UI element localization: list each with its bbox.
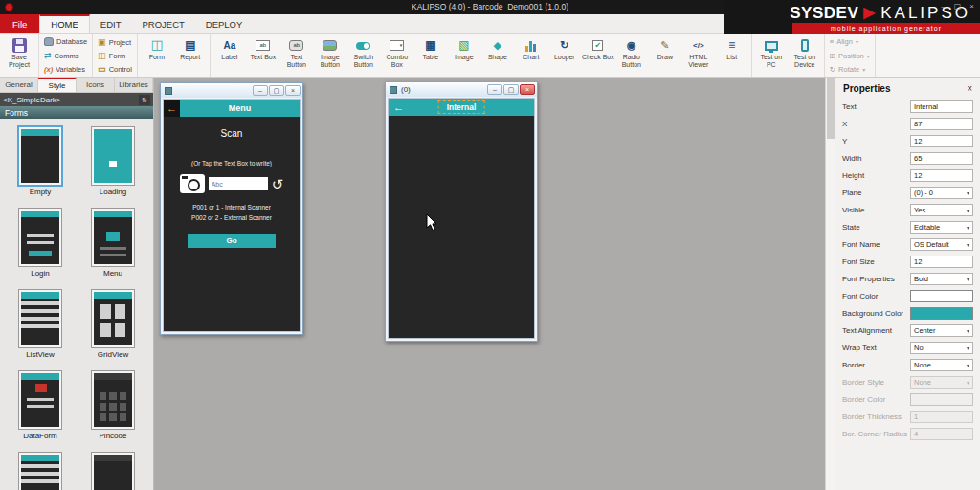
text-alignment-select[interactable]: Center ▾ [910,324,973,337]
align-button[interactable]: ≡ Align ▾ [830,37,870,46]
scan-title-label[interactable]: Scan [164,128,300,139]
scanner-info-lines[interactable]: P001 or 1 - Internal Scanner P002 or 2 -… [164,202,300,223]
plane-select[interactable]: (0) - 0 ▾ [910,187,973,199]
theme-selector[interactable]: <K_SimpleDark> ⇅ [0,93,153,106]
forms-section-header[interactable]: Forms [0,106,153,119]
project-settings-button[interactable]: ▣ Project [98,37,132,47]
design-canvas[interactable]: – ▢ × ← Menu Scan (Or Tap the Text Box t… [155,78,825,490]
theme-spinner-icon[interactable]: ⇅ [139,95,150,105]
control-settings-button[interactable]: ▭ Control [98,64,132,74]
tab-general[interactable]: General [0,78,38,92]
switch-button-control-button[interactable]: Switch Button [347,36,380,75]
maximize-icon[interactable]: ▢ [269,85,284,96]
shape-control-button[interactable]: ◆ Shape [481,36,514,75]
form-thumbnail-login[interactable]: Login [19,209,61,278]
design-window-menu[interactable]: – ▢ × ← Menu Scan (Or Tap the Text Box t… [160,82,303,335]
menu-tab-project[interactable]: PROJECT [131,14,194,33]
maximize-icon[interactable]: ▢ [954,2,962,11]
report-button[interactable]: ▤ Report [174,36,207,75]
minimize-icon[interactable]: – [253,85,268,96]
looper-control-button[interactable]: ↻ Looper [548,36,581,75]
form-thumbnail-listview[interactable]: ListView [19,290,61,359]
variables-button[interactable]: (x) Variables [44,65,87,74]
text-value-input[interactable] [910,100,973,113]
font-color-swatch[interactable] [910,290,973,302]
close-icon[interactable]: × [285,85,301,96]
close-icon[interactable]: × [520,84,535,95]
image-control-button[interactable]: ▧ Image [448,36,480,75]
form-header-title[interactable]: Menu [180,100,300,117]
form-thumbnail-menu[interactable]: Menu [92,209,134,278]
close-icon[interactable]: × [969,2,974,11]
form-thumbnail-gridview[interactable]: GridView [92,290,134,359]
rotate-button[interactable]: ↻ Rotate ▾ [830,65,870,74]
label-control-button[interactable]: Aa Label [213,36,246,75]
menu-tab-home[interactable]: HOME [39,14,90,33]
y-value-input[interactable] [910,135,973,147]
canvas-vertical-scrollbar[interactable] [825,78,835,490]
new-form-button[interactable]: ◫ Form [141,36,173,75]
border-select[interactable]: None ▾ [910,359,973,371]
go-button[interactable]: Go [188,234,276,248]
close-icon[interactable]: × [967,83,972,94]
mdi-titlebar[interactable]: – ▢ × [161,83,302,98]
database-button[interactable]: Database [44,37,87,46]
form-design-surface[interactable]: ← Menu Scan (Or Tap the Text Box to writ… [163,99,301,332]
scan-hint-label[interactable]: (Or Tap the Text Box to write) [164,160,300,167]
tab-style[interactable]: Style [38,78,77,92]
minimize-icon[interactable]: – [487,84,502,95]
back-arrow-icon[interactable]: ← [164,100,180,117]
comms-button[interactable]: ⇄ Comms [44,51,87,60]
form-settings-button[interactable]: ◫ Form [98,51,132,60]
html-viewer-control-button[interactable]: </> HTML Viewer [682,36,715,75]
width-value-input[interactable] [910,152,973,165]
menu-tab-deploy[interactable]: DEPLOY [195,14,254,33]
wrap-text-select[interactable]: No ▾ [910,342,973,354]
form-thumbnail-empty[interactable]: Empty [19,127,61,196]
state-select[interactable]: Editable ▾ [910,221,973,234]
form-thumbnail-partial-1[interactable] [19,453,61,490]
refresh-icon[interactable]: ↺ [272,177,284,191]
minimize-icon[interactable]: – [941,2,945,11]
form-design-surface[interactable]: ← Internal [388,98,535,339]
design-window-internal[interactable]: (0) – ▢ × ← Internal [385,81,538,342]
tab-libraries[interactable]: Libraries [115,78,153,92]
font-size-input[interactable] [910,256,973,268]
list-control-button[interactable]: ≡ List [716,36,748,75]
textbox-control-button[interactable]: ab Text Box [247,36,279,75]
selected-label-control[interactable]: Internal [438,100,485,114]
combobox-control-button[interactable]: ▾ Combo Box [381,36,413,75]
form-thumbnail-loading[interactable]: Loading [92,127,134,196]
camera-button[interactable] [180,174,205,193]
font-properties-select[interactable]: Bold ▾ [910,273,973,285]
mdi-titlebar[interactable]: (0) – ▢ × [386,82,537,97]
checkbox-control-button[interactable]: ✔ Check Box [582,36,614,75]
text-button-control-button[interactable]: ab Text Button [280,36,313,75]
background-color-swatch[interactable] [910,307,973,320]
height-value-input[interactable] [910,169,973,182]
font-name-select[interactable]: OS Default ▾ [910,238,973,251]
test-on-pc-button[interactable]: Test on PC [755,36,788,75]
x-value-input[interactable] [910,118,973,130]
table-control-button[interactable]: ▦ Table [414,36,447,75]
image-button-control-button[interactable]: Image Button [314,36,346,75]
menu-tab-edit[interactable]: EDIT [90,14,132,33]
menu-tab-file[interactable]: File [0,14,39,33]
position-button[interactable]: ⊞ Position ▾ [830,52,870,60]
save-project-button[interactable]: Save Project [3,36,35,75]
scrollbar-thumb[interactable] [827,78,835,139]
form-thumbnail-partial-2[interactable] [92,453,134,490]
radio-button-control-button[interactable]: ◉ Radio Button [615,36,648,75]
test-on-device-button[interactable]: Test on Device [789,36,821,75]
tab-icons[interactable]: Icons [77,78,115,92]
list-icon: ≡ [728,39,735,53]
scan-text-input[interactable] [209,177,268,190]
back-arrow-icon[interactable]: ← [393,101,404,113]
chart-control-button[interactable]: Chart [515,36,547,75]
maximize-icon[interactable]: ▢ [503,84,519,95]
form-thumbnail-pincode[interactable]: Pincode [92,371,134,440]
property-row-text: Text [842,100,973,113]
form-thumbnail-dataform[interactable]: DataForm [19,371,61,440]
visible-select[interactable]: Yes ▾ [910,204,973,216]
draw-control-button[interactable]: ✎ Draw [649,36,681,75]
